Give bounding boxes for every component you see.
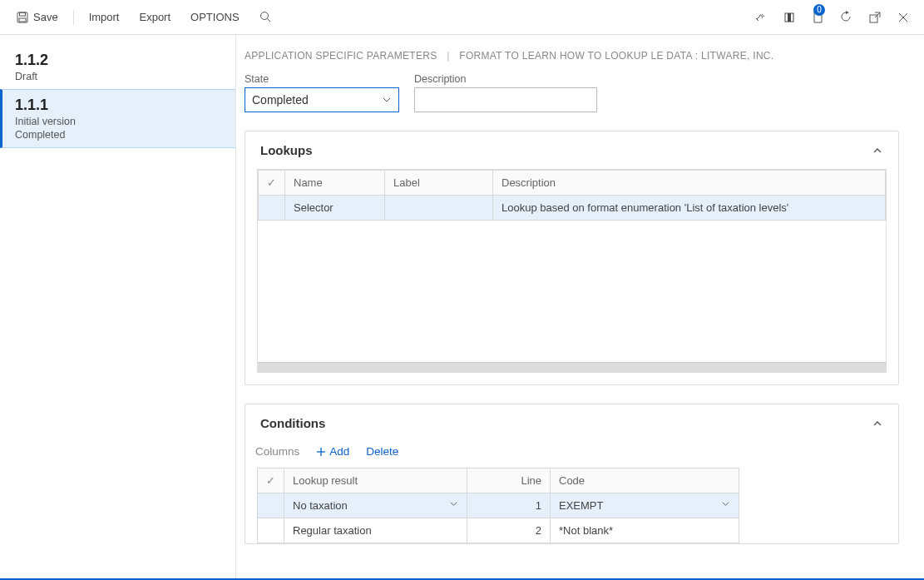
search-icon <box>259 11 272 23</box>
row-code[interactable]: *Not blank* <box>551 518 739 543</box>
state-label: State <box>245 73 399 85</box>
popout-button[interactable] <box>862 7 887 28</box>
description-header[interactable]: Description <box>493 171 886 196</box>
label-header[interactable]: Label <box>385 171 493 196</box>
lookups-panel: Lookups ✓ Name <box>245 131 899 385</box>
options-button[interactable]: OPTIONS <box>182 6 248 28</box>
conditions-actions: Columns Add Delete <box>245 442 898 468</box>
row-result[interactable]: No taxation <box>284 493 467 518</box>
app-window: Save Import Export OPTIONS 0 <box>0 0 924 580</box>
delete-button[interactable]: Delete <box>366 445 398 458</box>
row-check[interactable] <box>258 518 284 543</box>
link-icon <box>755 12 767 23</box>
row-label <box>385 196 493 221</box>
notification-badge: 0 <box>813 4 825 16</box>
conditions-panel: Conditions Columns Add Delete <box>245 404 899 544</box>
table-row[interactable]: Selector Lookup based on format enumerat… <box>259 196 886 221</box>
columns-button[interactable]: Columns <box>255 445 299 458</box>
lookups-header[interactable]: Lookups <box>245 131 898 169</box>
office-button[interactable] <box>777 7 802 28</box>
version-number: 1.1.2 <box>15 52 220 69</box>
popout-icon <box>869 12 881 23</box>
conditions-title: Conditions <box>260 416 325 430</box>
conditions-table: ✓ Lookup result Line Code <box>257 468 739 543</box>
svg-rect-6 <box>788 13 791 22</box>
header-fields: State Completed Description <box>245 73 899 112</box>
save-label: Save <box>33 11 58 23</box>
notifications-button[interactable]: 0 <box>805 6 830 29</box>
body: 1.1.2 Draft 1.1.1 Initial version Comple… <box>0 35 924 578</box>
search-button[interactable] <box>251 6 280 28</box>
description-input[interactable] <box>414 87 597 112</box>
chevron-down-icon[interactable] <box>449 499 458 508</box>
add-button[interactable]: Add <box>316 445 349 458</box>
table-row[interactable]: No taxation 1 EXEMPT <box>258 493 739 518</box>
check-header[interactable]: ✓ <box>259 171 285 196</box>
state-field: State Completed <box>245 73 399 112</box>
svg-line-4 <box>267 19 270 22</box>
table-row[interactable]: Regular taxation 2 *Not blank* <box>258 518 739 543</box>
version-number: 1.1.1 <box>15 97 220 114</box>
description-field: Description <box>414 73 597 112</box>
breadcrumb-part: FORMAT TO LEARN HOW TO LOOKUP LE DATA : … <box>459 50 773 62</box>
breadcrumb-separator: | <box>447 50 449 62</box>
code-header[interactable]: Code <box>551 468 739 493</box>
lookups-table: ✓ Name Label Description Se <box>258 170 886 221</box>
breadcrumb-part: APPLICATION SPECIFIC PARAMETERS <box>245 50 437 62</box>
line-header[interactable]: Line <box>467 468 551 493</box>
toolbar: Save Import Export OPTIONS 0 <box>0 0 924 35</box>
save-button[interactable]: Save <box>8 6 67 28</box>
name-header[interactable]: Name <box>285 171 385 196</box>
lookups-table-wrap: ✓ Name Label Description Se <box>257 169 887 373</box>
svg-rect-1 <box>20 12 26 16</box>
toolbar-divider <box>73 10 74 25</box>
export-button[interactable]: Export <box>131 6 179 28</box>
chevron-up-icon <box>872 418 883 429</box>
main-content: APPLICATION SPECIFIC PARAMETERS | FORMAT… <box>236 35 924 578</box>
row-line: 2 <box>467 518 551 543</box>
state-value: Completed <box>252 93 309 107</box>
version-item[interactable]: 1.1.2 Draft <box>0 45 235 89</box>
close-icon <box>897 12 909 23</box>
row-line: 1 <box>467 493 551 518</box>
row-description: Lookup based on format enumeration 'List… <box>493 196 886 221</box>
row-code[interactable]: EXEMPT <box>551 493 739 518</box>
import-button[interactable]: Import <box>81 6 128 28</box>
lookups-title: Lookups <box>260 143 313 157</box>
description-label: Description <box>414 73 597 85</box>
version-item[interactable]: 1.1.1 Initial version Completed <box>0 89 235 148</box>
version-status: Initial version <box>15 116 220 127</box>
state-select[interactable]: Completed <box>245 87 399 112</box>
version-status: Completed <box>15 129 220 141</box>
refresh-icon <box>840 11 852 23</box>
attach-button[interactable] <box>749 7 773 28</box>
lookups-empty-area <box>258 221 886 362</box>
check-header[interactable]: ✓ <box>258 468 284 493</box>
row-name: Selector <box>285 196 385 221</box>
chevron-down-icon <box>382 95 392 105</box>
row-result[interactable]: Regular taxation <box>284 518 467 543</box>
svg-rect-2 <box>19 18 26 22</box>
close-button[interactable] <box>891 7 916 28</box>
row-check[interactable] <box>258 493 284 518</box>
chevron-up-icon <box>872 145 883 156</box>
refresh-button[interactable] <box>833 6 859 28</box>
version-status: Draft <box>15 71 220 82</box>
save-icon <box>17 12 28 23</box>
svg-point-3 <box>260 12 268 20</box>
version-sidebar: 1.1.2 Draft 1.1.1 Initial version Comple… <box>0 35 236 578</box>
breadcrumb: APPLICATION SPECIFIC PARAMETERS | FORMAT… <box>245 50 899 62</box>
office-icon <box>783 12 795 23</box>
result-header[interactable]: Lookup result <box>284 468 467 493</box>
horizontal-scrollbar[interactable] <box>258 362 886 372</box>
row-check[interactable] <box>259 196 285 221</box>
plus-icon <box>316 447 326 457</box>
conditions-header[interactable]: Conditions <box>245 404 898 442</box>
chevron-down-icon[interactable] <box>721 499 730 508</box>
